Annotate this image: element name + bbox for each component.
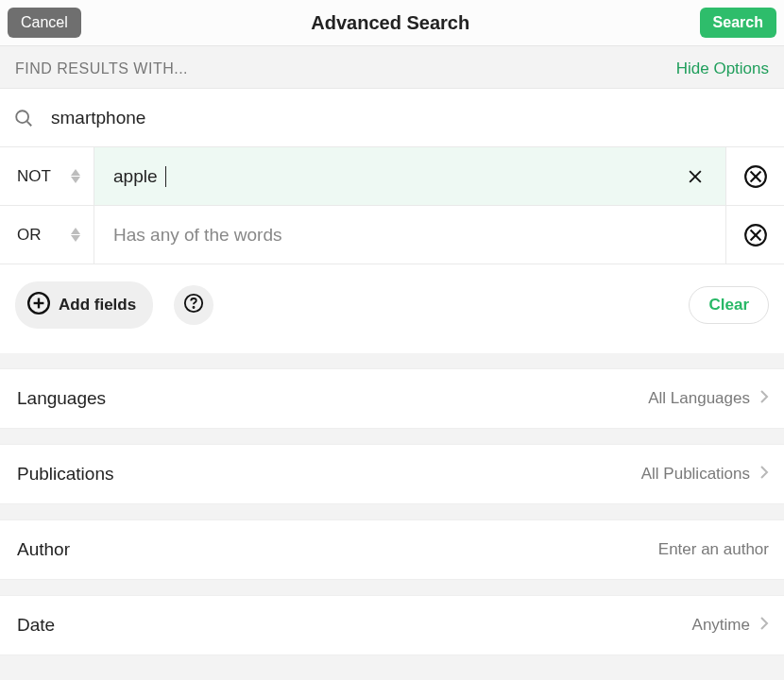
svg-point-14 [194, 307, 195, 308]
header-bar: Cancel Advanced Search Search [0, 0, 784, 46]
clear-input-icon[interactable] [674, 167, 716, 186]
filter-value: All Publications [641, 465, 750, 484]
page-title: Advanced Search [311, 12, 469, 34]
filter-value-wrap: Anytime [692, 616, 769, 636]
operator-row: NOT [0, 147, 784, 206]
svg-line-1 [27, 121, 32, 126]
operator-selector[interactable]: NOT [0, 147, 94, 205]
find-results-header: FIND RESULTS WITH... Hide Options [0, 46, 784, 89]
operator-input[interactable] [113, 225, 716, 246]
operator-input[interactable] [113, 166, 166, 187]
search-button[interactable]: Search [700, 8, 776, 38]
filter-row-date[interactable]: DateAnytime [0, 595, 784, 655]
add-fields-label: Add fields [59, 296, 136, 314]
chevron-right-icon [759, 616, 769, 636]
filter-value: Anytime [692, 616, 750, 635]
operator-label: NOT [17, 167, 51, 186]
plus-circle-icon [26, 291, 51, 319]
svg-point-0 [16, 110, 28, 123]
search-icon [0, 108, 47, 128]
filter-value-wrap: Enter an author [658, 540, 769, 559]
operator-input-wrap [94, 147, 725, 205]
clear-button[interactable]: Clear [689, 286, 769, 324]
filter-label: Languages [17, 388, 106, 409]
filter-value-wrap: All Languages [648, 389, 769, 409]
sort-arrows-icon [71, 169, 80, 183]
help-button[interactable] [174, 285, 213, 325]
remove-row-button[interactable] [725, 147, 784, 205]
filter-value: Enter an author [658, 540, 769, 559]
remove-row-button[interactable] [725, 206, 784, 264]
add-fields-button[interactable]: Add fields [15, 281, 153, 329]
filter-row-languages[interactable]: LanguagesAll Languages [0, 368, 784, 429]
filter-value: All Languages [648, 389, 750, 408]
sort-arrows-icon [71, 228, 80, 242]
filter-label: Author [17, 539, 70, 560]
filter-row-publications[interactable]: PublicationsAll Publications [0, 444, 784, 504]
operator-selector[interactable]: OR [0, 206, 94, 264]
filter-row-author[interactable]: AuthorEnter an author [0, 519, 784, 580]
chevron-right-icon [759, 465, 769, 484]
main-query-input[interactable] [47, 108, 784, 128]
filter-value-wrap: All Publications [641, 465, 769, 484]
hide-options-link[interactable]: Hide Options [676, 60, 769, 78]
find-results-label: FIND RESULTS WITH... [15, 60, 188, 77]
question-icon [183, 293, 204, 317]
operator-input-wrap [94, 206, 725, 264]
actions-row: Add fields Clear [0, 264, 784, 353]
filter-label: Publications [17, 464, 113, 484]
filter-label: Date [17, 615, 55, 636]
operator-row: OR [0, 206, 784, 264]
cancel-button[interactable]: Cancel [8, 8, 81, 38]
main-query-row [0, 89, 784, 147]
operator-label: OR [17, 226, 42, 245]
chevron-right-icon [759, 389, 769, 409]
